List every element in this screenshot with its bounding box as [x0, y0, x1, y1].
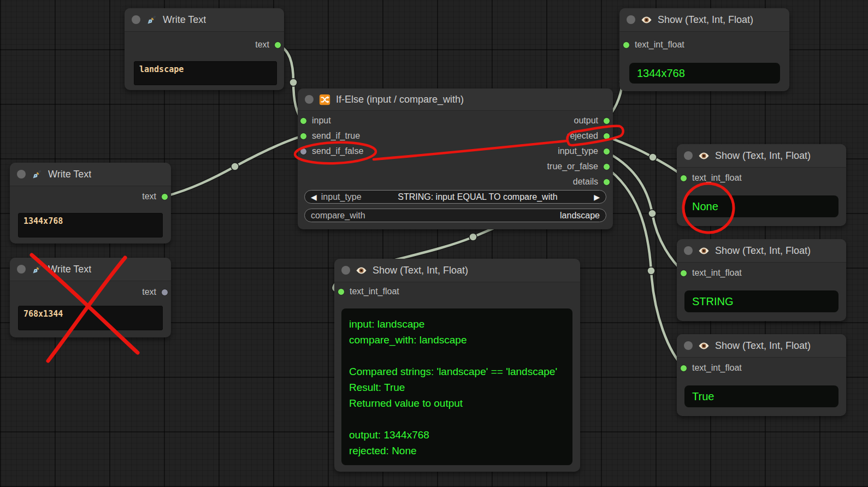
input-port[interactable] [623, 41, 630, 49]
show-value-display: input: landscape compare_with: landscape… [341, 308, 572, 465]
input-type-combo-widget[interactable]: ◀ input_type STRING: input EQUAL TO comp… [304, 190, 606, 204]
collapse-dot[interactable] [17, 265, 26, 274]
node-title: Show (Text, Int, Float) [715, 340, 811, 352]
node-write-text-landscape[interactable]: Write Text text landscape [125, 8, 284, 90]
show-value-display: None [684, 195, 839, 217]
output-port[interactable] [603, 133, 610, 140]
combo-value: STRING: input EQUAL TO compare_with [366, 192, 590, 202]
wire-rejected-to-show [605, 136, 684, 177]
input-slot-text-int-float[interactable]: text_int_float [680, 361, 742, 375]
input-label: text_int_float [350, 287, 399, 296]
text-input-widget[interactable]: 768x1344 [18, 306, 163, 330]
input-port[interactable] [300, 148, 307, 155]
left-arrow-icon[interactable]: ◀ [311, 193, 317, 201]
node-show-rejected[interactable]: Show (Text, Int, Float) text_int_float N… [677, 144, 846, 226]
eye-icon [698, 150, 710, 162]
input-port[interactable] [680, 175, 687, 182]
input-slot-send-if-false[interactable]: send_if_false [300, 144, 363, 158]
node-header[interactable]: Show (Text, Int, Float) [677, 334, 846, 358]
show-value-display: 1344x768 [629, 63, 780, 84]
node-header[interactable]: Show (Text, Int, Float) [334, 259, 580, 282]
output-slot-details[interactable]: details [573, 175, 610, 189]
input-slot-text-int-float[interactable]: text_int_float [680, 266, 742, 280]
node-title: Write Text [48, 169, 91, 180]
compare-with-widget[interactable]: compare_with landscape [304, 209, 606, 222]
input-port[interactable] [680, 365, 687, 372]
output-label: output [574, 116, 598, 126]
show-value-display: True [684, 385, 839, 407]
collapse-dot[interactable] [684, 151, 693, 160]
input-port[interactable] [680, 270, 687, 277]
combo-label: input_type [321, 192, 362, 202]
output-slot-text[interactable]: text [255, 38, 281, 52]
node-header[interactable]: Write Text [10, 163, 171, 186]
node-header[interactable]: If-Else (input / compare_with) [298, 88, 613, 111]
output-slot-input-type[interactable]: input_type [558, 144, 610, 158]
eye-icon [698, 340, 710, 352]
collapse-dot[interactable] [684, 341, 693, 350]
node-header[interactable]: Show (Text, Int, Float) [619, 8, 789, 32]
input-slot-input[interactable]: input [300, 114, 331, 128]
input-slot-text-int-float[interactable]: text_int_float [680, 171, 742, 185]
node-title: Show (Text, Int, Float) [658, 14, 753, 26]
input-slot-send-if-true[interactable]: send_if_true [300, 129, 360, 143]
input-label: send_if_false [312, 146, 363, 156]
collapse-dot[interactable] [684, 246, 693, 255]
node-write-text-768x1344[interactable]: Write Text text 768x1344 [10, 258, 171, 337]
input-port[interactable] [300, 133, 307, 140]
input-slot-text-int-float[interactable]: text_int_float [623, 38, 684, 52]
output-port[interactable] [603, 179, 610, 186]
eye-icon [641, 14, 652, 26]
output-slot-text[interactable]: text [142, 285, 168, 299]
output-label: text [255, 40, 269, 50]
output-port[interactable] [603, 148, 610, 155]
pen-icon [146, 14, 157, 26]
node-if-else[interactable]: If-Else (input / compare_with) input sen… [298, 88, 613, 229]
output-label: text [142, 192, 156, 201]
input-label: text_int_float [635, 40, 684, 50]
output-port[interactable] [274, 41, 281, 49]
output-port[interactable] [161, 193, 168, 200]
output-slot-text[interactable]: text [142, 189, 168, 204]
output-slot-rejected[interactable]: rejected [567, 129, 610, 143]
collapse-dot[interactable] [627, 15, 635, 24]
output-port[interactable] [603, 117, 610, 124]
shuffle-icon [319, 94, 330, 105]
node-show-output[interactable]: Show (Text, Int, Float) text_int_float 1… [619, 8, 789, 91]
text-input-widget[interactable]: 1344x768 [18, 213, 163, 237]
node-show-true-or-false[interactable]: Show (Text, Int, Float) text_int_float T… [677, 334, 846, 416]
node-header[interactable]: Show (Text, Int, Float) [677, 144, 846, 168]
widget-value: landscape [560, 211, 600, 221]
node-header[interactable]: Write Text [10, 258, 171, 281]
node-title: Show (Text, Int, Float) [373, 265, 468, 276]
collapse-dot[interactable] [305, 95, 314, 104]
right-arrow-icon[interactable]: ▶ [594, 193, 600, 201]
node-graph-canvas[interactable]: Write Text text landscape Write Text tex… [0, 0, 868, 487]
pen-icon [31, 169, 43, 180]
wire-input-type-to-show [605, 151, 684, 273]
node-title: Show (Text, Int, Float) [715, 245, 811, 257]
collapse-dot[interactable] [17, 170, 26, 179]
input-label: text_int_float [692, 363, 742, 373]
node-title: Write Text [48, 264, 91, 275]
output-slot-true-or-false[interactable]: true_or_false [547, 159, 610, 174]
input-port[interactable] [300, 117, 307, 124]
node-title: Write Text [163, 14, 206, 26]
input-label: input [312, 116, 331, 126]
input-label: text_int_float [692, 268, 742, 278]
output-port[interactable] [603, 163, 610, 170]
input-slot-text-int-float[interactable]: text_int_float [338, 284, 399, 299]
node-header[interactable]: Show (Text, Int, Float) [677, 239, 846, 263]
input-port[interactable] [338, 288, 345, 295]
output-label: details [573, 177, 598, 187]
wire-text-to-send-if-true [164, 136, 303, 197]
node-write-text-1344x768[interactable]: Write Text text 1344x768 [10, 163, 171, 243]
output-port[interactable] [161, 289, 168, 296]
output-slot-output[interactable]: output [574, 114, 610, 128]
node-show-details[interactable]: Show (Text, Int, Float) text_int_float i… [334, 259, 580, 472]
node-header[interactable]: Write Text [125, 8, 284, 32]
node-show-input-type[interactable]: Show (Text, Int, Float) text_int_float S… [677, 239, 846, 321]
collapse-dot[interactable] [132, 15, 140, 24]
collapse-dot[interactable] [341, 266, 350, 275]
text-input-widget[interactable]: landscape [134, 61, 277, 85]
